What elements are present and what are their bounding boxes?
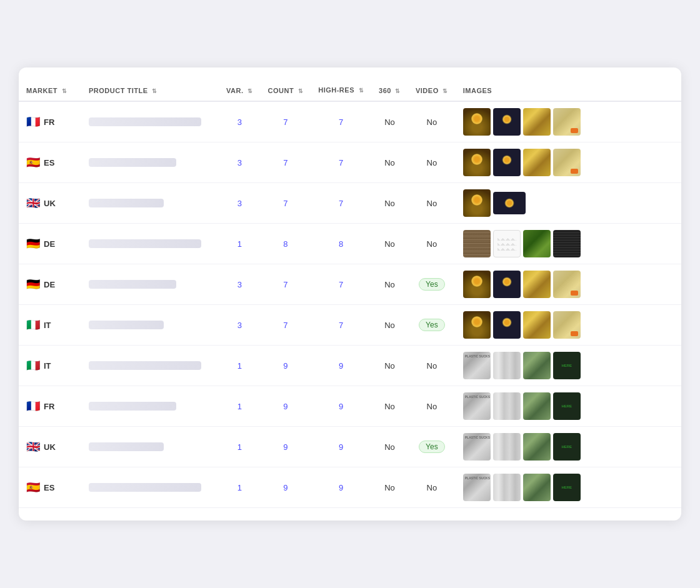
- count-cell-4: 7: [261, 264, 311, 305]
- table-row: 🇩🇪 DE 1 8 8 No No: [19, 224, 681, 264]
- video-cell-7: No: [408, 386, 456, 427]
- highres-cell-5: 7: [311, 305, 371, 346]
- table-row: 🇫🇷 FR 3 7 7 No No: [19, 101, 681, 142]
- product-image-3[interactable]: [523, 433, 551, 461]
- product-image-2[interactable]: [493, 433, 521, 461]
- var-cell-2: 3: [219, 183, 261, 224]
- market-cell-9: 🇪🇸 ES: [19, 467, 81, 508]
- blurred-title: [89, 442, 164, 451]
- images-cell-6: [456, 346, 681, 386]
- header-var[interactable]: VAR. ⇅: [219, 80, 261, 101]
- product-image-3[interactable]: [523, 108, 551, 136]
- product-image-4[interactable]: [553, 392, 581, 420]
- video-sort-icon[interactable]: ⇅: [442, 88, 448, 94]
- product-title-cell-7: [81, 386, 219, 427]
- var-cell-5: 3: [219, 305, 261, 346]
- images-cell-5: [456, 305, 681, 346]
- table-row: 🇩🇪 DE 3 7 7 No Yes: [19, 264, 681, 305]
- count-cell-7: 9: [261, 386, 311, 427]
- product-image-1[interactable]: [463, 108, 491, 136]
- blurred-title: [89, 321, 164, 329]
- table-row: 🇫🇷 FR 1 9 9 No No: [19, 386, 681, 427]
- product-title-cell-9: [81, 467, 219, 508]
- count-cell-1: 7: [261, 142, 311, 183]
- highres-cell-7: 9: [311, 386, 371, 427]
- product-image-1[interactable]: [463, 474, 491, 501]
- market-cell-6: 🇮🇹 IT: [19, 346, 81, 386]
- product-image-2[interactable]: [493, 230, 521, 257]
- product-image-3[interactable]: [523, 230, 551, 257]
- header-video[interactable]: VIDEO ⇅: [408, 80, 456, 101]
- product-image-4[interactable]: [553, 149, 581, 176]
- product-image-2[interactable]: [493, 311, 521, 339]
- product-image-3[interactable]: [523, 149, 551, 176]
- product-image-1[interactable]: [463, 433, 491, 461]
- blurred-title: [89, 199, 164, 207]
- product-image-3[interactable]: [523, 392, 551, 420]
- product-image-1[interactable]: [463, 149, 491, 176]
- table-header-row: MARKET ⇅ PRODUCT TITLE ⇅ VAR. ⇅ COUNT ⇅ …: [19, 80, 681, 101]
- product-image-4[interactable]: [553, 433, 581, 461]
- product-image-4[interactable]: [553, 352, 581, 379]
- product-image-4[interactable]: [553, 474, 581, 501]
- market-label: IT: [44, 361, 51, 371]
- product-image-1[interactable]: [463, 230, 491, 257]
- market-cell-1: 🇪🇸 ES: [19, 142, 81, 183]
- 360-cell-6: No: [371, 346, 408, 386]
- product-image-3[interactable]: [523, 311, 551, 339]
- header-market[interactable]: MARKET ⇅: [19, 80, 81, 101]
- product-image-4[interactable]: [553, 271, 581, 298]
- high-res-sort-icon[interactable]: ⇅: [359, 87, 364, 94]
- table-row: 🇮🇹 IT 1 9 9 No No: [19, 346, 681, 386]
- product-title-cell-1: [81, 142, 219, 183]
- product-image-2[interactable]: [493, 474, 521, 501]
- product-image-2[interactable]: [493, 149, 521, 176]
- product-image-3[interactable]: [523, 271, 551, 298]
- product-image-2[interactable]: [493, 271, 521, 298]
- product-image-1[interactable]: [463, 352, 491, 379]
- header-high-res[interactable]: HIGH-RES ⇅: [311, 80, 371, 101]
- product-image-4[interactable]: [553, 230, 581, 257]
- header-360[interactable]: 360 ⇅: [371, 80, 408, 101]
- highres-cell-4: 7: [311, 264, 371, 305]
- table-row: 🇪🇸 ES 3 7 7 No No: [19, 142, 681, 183]
- 360-sort-icon[interactable]: ⇅: [395, 88, 401, 94]
- product-image-3[interactable]: [523, 352, 551, 379]
- var-sort-icon[interactable]: ⇅: [248, 88, 253, 94]
- market-label: FR: [44, 402, 54, 411]
- images-cell-2: [456, 183, 681, 224]
- product-image-1[interactable]: [463, 271, 491, 298]
- product-image-2[interactable]: [493, 392, 521, 420]
- header-count[interactable]: COUNT ⇅: [261, 80, 311, 101]
- product-image-3[interactable]: [523, 474, 551, 501]
- header-product-title[interactable]: PRODUCT TITLE ⇅: [81, 80, 219, 101]
- product-image-4[interactable]: [553, 108, 581, 136]
- product-image-2[interactable]: [493, 192, 526, 214]
- var-cell-1: 3: [219, 142, 261, 183]
- 360-cell-7: No: [371, 386, 408, 427]
- product-image-1[interactable]: [463, 311, 491, 339]
- market-cell-0: 🇫🇷 FR: [19, 101, 81, 142]
- product-title-sort-icon[interactable]: ⇅: [152, 88, 158, 94]
- market-cell-2: 🇬🇧 UK: [19, 183, 81, 224]
- product-image-2[interactable]: [493, 352, 521, 379]
- product-image-1[interactable]: [463, 189, 491, 217]
- market-cell-3: 🇩🇪 DE: [19, 224, 81, 264]
- market-label: ES: [44, 158, 54, 167]
- product-image-1[interactable]: [463, 392, 491, 420]
- market-label: DE: [44, 280, 55, 289]
- product-title-cell-5: [81, 305, 219, 346]
- table-row: 🇬🇧 UK 1 9 9 No Yes: [19, 427, 681, 467]
- market-sort-icon[interactable]: ⇅: [62, 88, 68, 94]
- market-label: UK: [44, 199, 56, 208]
- flag-icon: 🇪🇸: [26, 157, 40, 168]
- var-cell-8: 1: [219, 427, 261, 467]
- flag-icon: 🇩🇪: [26, 279, 40, 290]
- blurred-title: [89, 402, 176, 411]
- product-image-4[interactable]: [553, 311, 581, 339]
- product-image-2[interactable]: [493, 108, 521, 136]
- highres-cell-2: 7: [311, 183, 371, 224]
- count-sort-icon[interactable]: ⇅: [298, 88, 304, 94]
- count-cell-9: 9: [261, 467, 311, 508]
- no-text: No: [427, 402, 438, 411]
